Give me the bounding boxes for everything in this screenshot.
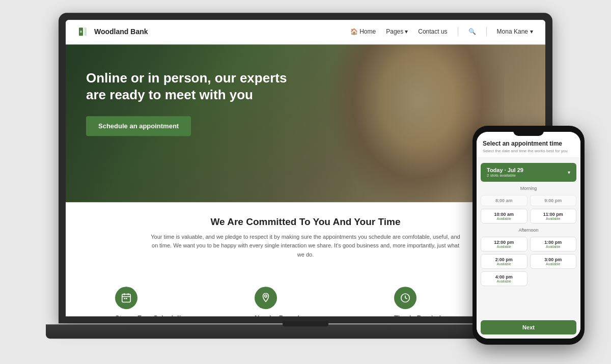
nav-contact[interactable]: Contact us xyxy=(418,28,447,35)
svg-rect-1 xyxy=(85,27,87,36)
laptop-hinge xyxy=(283,321,328,326)
nav-user[interactable]: Mona Kane ▾ xyxy=(497,28,533,35)
afternoon-label: Afternoon xyxy=(481,228,576,233)
hero-title: Online or in person, our experts are rea… xyxy=(86,70,305,104)
time-slot-1200pm[interactable]: 12:00 pm Available xyxy=(481,237,527,251)
navbar: Woodland Bank 🏠 Home Pages ▾ xyxy=(66,20,545,44)
nav-links: 🏠 Home Pages ▾ Contact us 🔍 xyxy=(350,27,533,36)
scheduling-icon xyxy=(115,287,137,309)
feature-reminders-title: Timely Reminders xyxy=(394,314,451,316)
feature-scheduling-title: Stress-Free Scheduling xyxy=(115,314,189,316)
svg-rect-7 xyxy=(124,298,125,299)
commitment-body: Your time is valuable, and we pledge to … xyxy=(148,233,463,260)
brand-logo: Woodland Bank xyxy=(78,25,148,38)
date-chevron-icon: ▾ xyxy=(568,170,570,175)
slots-available: 2 slots available xyxy=(487,173,523,178)
nav-search[interactable]: 🔍 xyxy=(468,28,476,35)
commitment-title: We Are Committed To You And Your Time xyxy=(96,216,515,228)
brand-name: Woodland Bank xyxy=(94,27,148,36)
nav-home[interactable]: 🏠 Home xyxy=(350,28,376,35)
nav-divider-2 xyxy=(486,27,487,36)
feature-branches: Nearby Branches We make it easy to choos… xyxy=(255,287,356,316)
afternoon-slots: 12:00 pm Available 1:00 pm Available 2:0… xyxy=(481,237,576,286)
time-slot-100pm[interactable]: 1:00 pm Available xyxy=(530,237,577,251)
branches-icon xyxy=(255,287,277,309)
user-chevron-icon: ▾ xyxy=(530,28,533,35)
time-slot-200pm[interactable]: 2:00 pm Available xyxy=(481,254,527,269)
time-slot-400pm[interactable]: 4:00 pm Available xyxy=(481,271,527,286)
time-slot-1100pm[interactable]: 11:00 pm Available xyxy=(530,209,577,223)
home-icon: 🏠 xyxy=(350,28,358,35)
schedule-button[interactable]: Schedule an appointment xyxy=(86,116,191,136)
appointment-time-sub: Select the date and time the works best … xyxy=(483,149,574,153)
chevron-down-icon: ▾ xyxy=(405,28,408,35)
appointment-time-title: Select an appointment time xyxy=(483,140,574,147)
phone-footer: Next xyxy=(477,316,580,339)
phone-screen: Select an appointment time Select the da… xyxy=(477,132,580,339)
svg-point-9 xyxy=(265,295,267,298)
svg-rect-8 xyxy=(126,298,127,299)
feature-scheduling: Stress-Free Scheduling Our online schedu… xyxy=(115,287,217,316)
time-slot-1000am[interactable]: 10:00 am Available xyxy=(481,209,527,223)
phone-body: Today · Jul 29 2 slots available ▾ Morni… xyxy=(477,158,580,316)
morning-label: Morning xyxy=(481,186,576,191)
svg-line-12 xyxy=(405,298,407,299)
date-info: Today · Jul 29 2 slots available xyxy=(487,167,523,178)
time-slot-900pm[interactable]: 9:00 pm xyxy=(530,195,577,206)
nav-pages[interactable]: Pages ▾ xyxy=(386,28,408,35)
feature-branches-title: Nearby Branches xyxy=(255,314,309,316)
phone-next-button[interactable]: Next xyxy=(481,320,576,334)
date-selector[interactable]: Today · Jul 29 2 slots available ▾ xyxy=(481,163,576,182)
scene: Woodland Bank 🏠 Home Pages ▾ xyxy=(0,0,611,364)
svg-rect-2 xyxy=(80,31,82,33)
nav-divider xyxy=(458,27,458,36)
morning-slots: 8:00 am 9:00 pm 10:00 am Available 11:00… xyxy=(481,195,576,223)
phone-notch xyxy=(513,130,544,136)
time-slot-800am[interactable]: 8:00 am xyxy=(481,195,527,206)
reminders-icon xyxy=(394,287,416,309)
time-slot-300pm[interactable]: 3:00 pm Available xyxy=(530,254,577,269)
logo-icon xyxy=(78,25,90,38)
phone: Select an appointment time Select the da… xyxy=(473,126,585,345)
hero-content: Online or in person, our experts are rea… xyxy=(66,44,320,152)
date-label: Today · Jul 29 xyxy=(487,167,523,173)
